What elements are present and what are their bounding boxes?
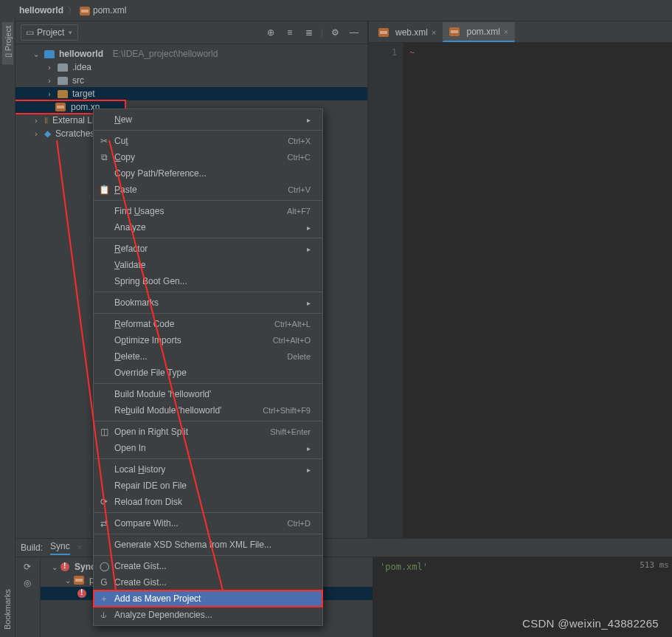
menu-item-spring-boot-gen[interactable]: Spring Boot Gen...: [94, 273, 322, 289]
chart-icon: ⫝: [98, 610, 110, 620]
sidebar-tab-bookmarks[interactable]: Bookmarks: [3, 586, 12, 633]
chevron-down-icon: ▼: [67, 30, 73, 36]
reload-icon: ⟳: [98, 497, 110, 507]
left-tool-strip: ▭ Project Bookmarks: [0, 18, 15, 637]
build-tab-sync[interactable]: Sync: [50, 541, 70, 555]
github-icon: ◯: [98, 561, 110, 571]
menu-item-copy[interactable]: ⧉CopyCtrl+C: [94, 149, 322, 165]
tree-folder-target[interactable]: ›target: [15, 87, 367, 100]
folder-icon: [58, 77, 68, 85]
menu-item-analyze-dependencies[interactable]: ⫝Analyze Dependencies...: [94, 607, 322, 623]
tree-folder-idea[interactable]: ›.idea: [15, 61, 367, 74]
menu-item-paste[interactable]: 📋PasteCtrl+V: [94, 182, 322, 198]
editor-tabs: web.xml× pom.xml×: [369, 21, 672, 43]
folder-icon: [58, 90, 68, 98]
editor-gutter: 1: [369, 43, 403, 538]
chevron-right-icon: 〉: [68, 5, 75, 16]
menu-item-bookmarks[interactable]: Bookmarks▸: [94, 295, 322, 311]
module-icon: [44, 50, 55, 58]
build-output-text: 'pom.xml': [380, 562, 428, 572]
menu-item-refactor[interactable]: Refactor▸: [94, 241, 322, 257]
scratches-icon: ◆: [44, 128, 51, 139]
menu-item-override-file-type[interactable]: Override File Type: [94, 365, 322, 381]
error-icon: [77, 589, 86, 598]
expand-all-icon[interactable]: ≡: [283, 25, 297, 40]
menu-item-delete[interactable]: Delete...Delete: [94, 348, 322, 365]
gear-icon[interactable]: ⚙: [328, 25, 342, 40]
breadcrumb-root[interactable]: helloworld: [19, 5, 63, 16]
compare-icon: ⇄: [98, 518, 110, 528]
build-toolbar: ⟳ ◎: [15, 557, 41, 637]
hide-icon[interactable]: —: [347, 25, 361, 40]
menu-item-analyze[interactable]: Analyze▸: [94, 219, 322, 235]
scissors-icon: ✂: [98, 136, 110, 146]
sidebar-tab-project[interactable]: ▭ Project: [2, 22, 13, 64]
menu-item-local-history[interactable]: Local History▸: [94, 461, 322, 478]
locate-icon[interactable]: ⊕: [263, 25, 278, 40]
menu-item-repair-ide-on-file[interactable]: Repair IDE on File: [94, 478, 322, 494]
menu-item-new[interactable]: New▸: [94, 111, 322, 128]
editor-area: web.xml× pom.xml× 1 ~: [368, 21, 672, 538]
menu-item-open-in[interactable]: Open In▸: [94, 440, 322, 456]
tree-project-root[interactable]: ⌄ helloworld E:\IDEA_project\helloworld: [15, 47, 367, 61]
xml-file-icon: [449, 27, 460, 36]
collapse-all-icon[interactable]: ≣: [302, 25, 316, 40]
copy-icon: ⧉: [98, 152, 110, 162]
breadcrumb: helloworld 〉 pom.xml: [15, 0, 672, 21]
editor-code[interactable]: ~: [403, 43, 672, 538]
menu-item-generate-xsd-schema-from-xml-file[interactable]: Generate XSD Schema from XML File...: [94, 537, 322, 553]
menu-item-create-gist[interactable]: ◯Create Gist...: [94, 558, 322, 574]
menu-item-compare-with[interactable]: ⇄Compare With...Ctrl+D: [94, 515, 322, 531]
xml-file-icon: [378, 28, 389, 37]
context-menu: New▸✂CutCtrl+X⧉CopyCtrl+CCopy Path/Refer…: [93, 109, 323, 626]
tab-pom-xml[interactable]: pom.xml×: [443, 22, 515, 42]
xml-file-icon: [55, 103, 66, 111]
menu-item-find-usages[interactable]: Find UsagesAlt+F7: [94, 203, 322, 219]
error-icon: [60, 562, 69, 571]
target-icon[interactable]: ◎: [24, 578, 31, 588]
menu-item-optimize-imports[interactable]: Optimize ImportsCtrl+Alt+O: [94, 332, 322, 348]
refresh-icon[interactable]: ⟳: [24, 562, 31, 572]
project-view-selector[interactable]: ▭ Project ▼: [21, 24, 78, 41]
close-icon[interactable]: ×: [504, 27, 508, 36]
project-icon: ▭: [26, 27, 34, 38]
menu-item-create-gist[interactable]: GCreate Gist...: [94, 574, 322, 590]
tree-folder-src[interactable]: ›src: [15, 74, 367, 87]
menu-item-validate[interactable]: Validate: [94, 257, 322, 273]
split-icon: ◫: [98, 427, 110, 437]
menu-item-copy-path-reference[interactable]: Copy Path/Reference...: [94, 165, 322, 182]
menu-item-reload-from-disk[interactable]: ⟳Reload from Disk: [94, 494, 322, 510]
menu-item-open-in-right-split[interactable]: ◫Open in Right SplitShift+Enter: [94, 424, 322, 440]
project-pane-header: ▭ Project ▼ ⊕ ≡ ≣ | ⚙ —: [15, 21, 367, 44]
tab-web-xml[interactable]: web.xml×: [372, 23, 443, 42]
close-icon[interactable]: ×: [432, 28, 436, 37]
folder-icon: [58, 63, 68, 72]
menu-item-add-as-maven-project[interactable]: ＋Add as Maven Project: [94, 590, 322, 607]
paste-icon: 📋: [98, 185, 110, 195]
menu-item-reformat-code[interactable]: Reformat CodeCtrl+Alt+L: [94, 316, 322, 332]
breadcrumb-file[interactable]: pom.xml: [80, 5, 126, 16]
menu-item-rebuild-module-helloworld[interactable]: Rebuild Module 'helloworld'Ctrl+Shift+F9: [94, 402, 322, 419]
watermark: CSDN @weixin_43882265: [522, 617, 659, 630]
build-title: Build:: [21, 543, 43, 553]
menu-item-build-module-helloworld[interactable]: Build Module 'helloworld': [94, 386, 322, 402]
xml-file-icon: [74, 576, 84, 585]
menu-item-cut[interactable]: ✂CutCtrl+X: [94, 133, 322, 149]
build-time: 513 ms: [640, 560, 669, 570]
libraries-icon: ⫴: [44, 115, 48, 125]
plus-icon: ＋: [98, 593, 110, 605]
gitee-icon: G: [98, 577, 110, 588]
